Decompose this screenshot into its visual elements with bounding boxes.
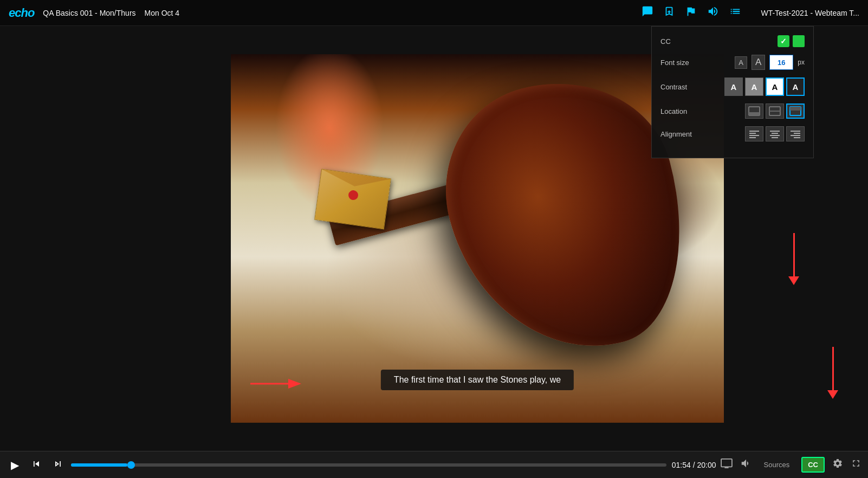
- subtitle-arrow: [250, 376, 305, 394]
- location-split-btn[interactable]: [766, 104, 784, 119]
- expand-button[interactable]: [851, 458, 861, 471]
- time-separator: /: [691, 461, 697, 469]
- location-top-btn[interactable]: [786, 104, 805, 119]
- alignment-buttons: [745, 126, 805, 141]
- bottom-bar: ▶ 01:54 / 20:00 Sources CC: [0, 451, 868, 478]
- video-content: [231, 54, 724, 423]
- flag-icon[interactable]: [685, 5, 697, 20]
- svg-rect-2: [749, 112, 760, 115]
- font-size-input[interactable]: [769, 55, 793, 70]
- play-button[interactable]: ▶: [7, 456, 23, 474]
- contrast-label: Contrast: [660, 83, 698, 91]
- volume-bottom-icon[interactable]: [740, 457, 752, 472]
- contrast-btn-medium[interactable]: A: [745, 77, 763, 96]
- location-label: Location: [660, 107, 698, 115]
- current-time: 01:54: [672, 461, 691, 469]
- time-display: 01:54 / 20:00: [672, 461, 716, 469]
- svg-rect-6: [790, 107, 801, 111]
- cc-square-toggle[interactable]: [793, 35, 805, 47]
- svg-rect-4: [769, 111, 780, 112]
- video-frame: The first time that I saw the Stones pla…: [231, 54, 724, 423]
- toolbar-icons: [642, 5, 741, 20]
- list-icon[interactable]: [729, 5, 741, 20]
- total-time: 20:00: [697, 461, 716, 469]
- top-bar: echo QA Basics 001 - Mon/Thurs Mon Oct 4…: [0, 0, 868, 26]
- align-left-btn[interactable]: [745, 126, 763, 141]
- bookmark-add-icon[interactable]: [663, 5, 675, 20]
- progress-fill: [71, 463, 127, 467]
- cc-label: CC: [660, 37, 698, 46]
- font-size-row: Font size A A px: [660, 55, 805, 70]
- cc-bottom-button[interactable]: CC: [801, 457, 825, 473]
- forward-button[interactable]: [49, 456, 67, 474]
- font-decrease-button[interactable]: A: [735, 56, 747, 69]
- sources-arrow-indicator: [827, 347, 838, 399]
- progress-bar[interactable]: [71, 463, 666, 467]
- settings-button[interactable]: [832, 458, 843, 471]
- font-px-unit: px: [798, 59, 805, 66]
- font-size-label: Font size: [660, 59, 698, 67]
- cc-row: CC ✓: [660, 35, 805, 47]
- svg-rect-19: [721, 459, 732, 467]
- subtitle-text: The first time that I saw the Stones pla…: [394, 375, 561, 385]
- contrast-btn-light[interactable]: A: [766, 77, 784, 96]
- echo-logo: echo: [9, 6, 34, 20]
- bottom-right-icons: Sources CC: [721, 457, 861, 473]
- subtitle-bar: The first time that I saw the Stones pla…: [381, 370, 574, 390]
- volume-icon[interactable]: [707, 5, 720, 20]
- contrast-btn-darkbg[interactable]: A: [786, 77, 805, 96]
- location-buttons: [745, 104, 805, 119]
- course-title: QA Basics 001 - Mon/Thurs: [43, 9, 135, 17]
- location-bottom-btn[interactable]: [745, 104, 763, 119]
- rewind-button[interactable]: [28, 456, 45, 474]
- location-row: Location: [660, 104, 805, 119]
- align-center-btn[interactable]: [766, 126, 784, 141]
- letter-envelope: [314, 169, 391, 229]
- font-size-controls: A A px: [735, 55, 805, 70]
- date-display: Mon Oct 4: [145, 9, 180, 17]
- screen-icon[interactable]: [721, 458, 733, 471]
- progress-dot: [127, 461, 135, 469]
- align-right-btn[interactable]: [786, 126, 805, 141]
- cc-arrow-indicator: [788, 233, 799, 285]
- contrast-btn-dark[interactable]: A: [724, 77, 743, 96]
- course-name: WT-Test-2021 - Webteam T...: [761, 9, 859, 17]
- cc-toggle-group: ✓: [778, 35, 805, 47]
- sources-button[interactable]: Sources: [760, 458, 794, 471]
- progress-area: 01:54 / 20:00: [71, 461, 716, 469]
- font-increase-button[interactable]: A: [752, 55, 765, 70]
- contrast-buttons: A A A A: [724, 77, 805, 96]
- alignment-row: Alignment: [660, 126, 805, 141]
- alignment-label: Alignment: [660, 130, 698, 138]
- contrast-row: Contrast A A A A: [660, 77, 805, 96]
- cc-panel: CC ✓ Font size A A px Contrast A A A A L…: [651, 26, 814, 158]
- cc-checkbox[interactable]: ✓: [778, 35, 789, 47]
- chat-icon[interactable]: [642, 5, 653, 20]
- check-icon: ✓: [780, 37, 787, 46]
